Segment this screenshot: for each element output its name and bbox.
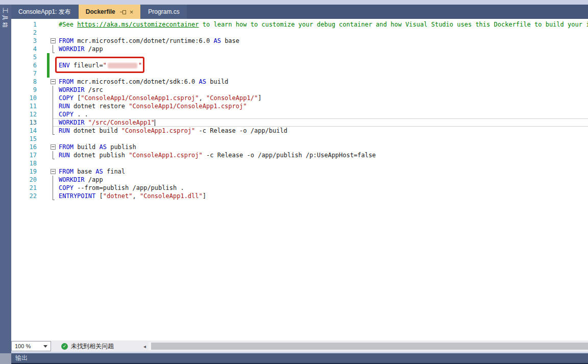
gutter <box>37 61 59 69</box>
fold-collapse-icon[interactable] <box>51 144 56 150</box>
code-line[interactable]: 11RUN dotnet restore "ConsoleApp1/Consol… <box>11 102 588 110</box>
zoom-level-value: 100 % <box>15 343 31 349</box>
change-bar <box>47 61 50 69</box>
line-number: 18 <box>11 160 37 167</box>
scroll-left-icon[interactable]: ◂ <box>143 344 146 349</box>
left-dock-strip: 工具箱 <box>0 5 11 364</box>
line-number: 20 <box>11 176 37 183</box>
code-line[interactable]: 18 <box>11 159 588 167</box>
code-segment: RUN <box>59 103 70 110</box>
code-segment: "ConsoleApp1/ConsoleApp1.csproj" <box>81 94 199 102</box>
fold-guide-line <box>53 151 53 159</box>
code-segment: --from=publish /app/publish . <box>74 184 184 191</box>
gutter <box>37 29 59 37</box>
code-line[interactable]: 16FROM build AS publish <box>11 143 588 151</box>
code-segment: ] <box>203 192 206 200</box>
tab-programcs[interactable]: Program.cs <box>141 5 186 19</box>
code-line[interactable]: 14RUN dotnet build "ConsoleApp1.csproj" … <box>11 127 588 135</box>
code-line[interactable]: 19FROM base AS final <box>11 167 588 176</box>
code-text: FROM base AS final <box>59 168 125 175</box>
code-line[interactable]: 22ENTRYPOINT ["dotnet", "ConsoleApp1.dll… <box>11 192 588 200</box>
code-line[interactable]: 12COPY . . <box>11 110 588 118</box>
gutter <box>37 184 59 192</box>
tab-label: ConsoleApp1: 发布 <box>18 8 71 16</box>
line-number: 2 <box>11 29 37 36</box>
code-segment: fileurl= <box>70 62 103 69</box>
code-segment: COPY <box>59 184 74 191</box>
pin-icon[interactable] <box>120 9 126 15</box>
comment-link[interactable]: https://aka.ms/customizecontainer <box>77 21 199 28</box>
code-text: ENTRYPOINT ["dotnet", "ConsoleApp1.dll"] <box>59 192 206 200</box>
code-segment: mcr.microsoft.com/dotnet/sdk:6.0 <box>74 78 199 85</box>
code-text: COPY . . <box>59 111 88 118</box>
code-segment: "/src/ConsoleApp1" <box>88 119 155 126</box>
tab-consoleapp1-publish[interactable]: ConsoleApp1: 发布 <box>11 5 78 19</box>
code-line[interactable]: 13WORKDIR "/src/ConsoleApp1" <box>11 118 588 127</box>
code-segment: build <box>206 78 228 85</box>
close-icon[interactable]: × <box>130 9 134 15</box>
text-cursor <box>155 119 155 126</box>
gutter <box>37 37 59 45</box>
fold-collapse-icon[interactable] <box>51 169 56 174</box>
line-number: 10 <box>11 94 37 102</box>
editor-status-bar: 100 % ✓ 未找到相关问题 ◂ <box>11 341 588 352</box>
fold-collapse-icon[interactable] <box>51 79 56 84</box>
redacted-value <box>108 63 137 68</box>
code-segment: . . <box>74 111 88 118</box>
code-segment: base <box>221 37 239 44</box>
code-line[interactable]: 15 <box>11 135 588 143</box>
line-number: 1 <box>11 21 37 28</box>
code-segment: "dotnet" <box>103 192 133 200</box>
line-number: 22 <box>11 192 37 200</box>
code-line[interactable]: 2 <box>11 29 588 37</box>
code-segment: [ <box>74 94 81 102</box>
code-line[interactable]: 5 <box>11 53 588 61</box>
gutter <box>37 143 59 151</box>
tab-dockerfile[interactable]: Dockerfile × <box>79 5 141 19</box>
code-line[interactable]: 20WORKDIR /app <box>11 176 588 184</box>
toolbox-vertical-tab[interactable]: 工具箱 <box>1 8 9 29</box>
output-panel-header[interactable]: 输出 <box>11 353 588 364</box>
code-line[interactable]: 9WORKDIR /src <box>11 86 588 94</box>
code-line[interactable]: 3FROM mcr.microsoft.com/dotnet/runtime:6… <box>11 37 588 45</box>
line-number: 12 <box>11 111 37 118</box>
code-text: FROM mcr.microsoft.com/dotnet/sdk:6.0 AS… <box>59 78 228 85</box>
code-line[interactable]: 21COPY --from=publish /app/publish . <box>11 184 588 192</box>
code-segment: FROM <box>59 37 74 44</box>
gutter <box>37 94 59 102</box>
code-line[interactable]: 6ENV fileurl="" <box>11 61 588 69</box>
zoom-level-select[interactable]: 100 % <box>11 341 51 351</box>
gutter <box>37 192 59 200</box>
code-segment: , <box>199 94 206 102</box>
horizontal-scrollbar[interactable] <box>149 342 588 350</box>
code-line[interactable]: 10COPY ["ConsoleApp1/ConsoleApp1.csproj"… <box>11 94 588 102</box>
gutter <box>37 127 59 135</box>
code-segment: AS <box>95 168 103 175</box>
document-tab-bar: ConsoleApp1: 发布 Dockerfile × Program.cs <box>11 5 588 19</box>
code-line[interactable]: 1#See https://aka.ms/customizecontainer … <box>11 20 588 29</box>
code-segment: FROM <box>59 168 74 175</box>
code-line[interactable]: 17RUN dotnet publish "ConsoleApp1.csproj… <box>11 151 588 159</box>
tab-label: Program.cs <box>148 8 179 15</box>
line-number: 9 <box>11 86 37 93</box>
code-line[interactable]: 8FROM mcr.microsoft.com/dotnet/sdk:6.0 A… <box>11 78 588 86</box>
code-line[interactable]: 4WORKDIR /app <box>11 45 588 53</box>
line-number: 19 <box>11 168 37 175</box>
tab-label: Dockerfile <box>86 8 115 15</box>
code-text: WORKDIR "/src/ConsoleApp1" <box>59 119 155 126</box>
code-text: #See https://aka.ms/customizecontainer t… <box>59 21 588 28</box>
fold-guide-line <box>53 127 53 135</box>
code-segment: dotnet restore <box>70 103 129 110</box>
code-line[interactable]: 7 <box>11 69 588 78</box>
gutter <box>37 135 59 143</box>
fold-collapse-icon[interactable] <box>51 38 56 43</box>
code-segment: [ <box>95 192 103 200</box>
code-segment: build <box>74 143 100 151</box>
code-segment: dotnet publish <box>70 152 129 159</box>
line-number: 11 <box>11 103 37 110</box>
check-icon: ✓ <box>61 343 68 350</box>
code-segment: COPY <box>59 111 74 118</box>
scrollbar-thumb[interactable] <box>151 343 588 350</box>
code-segment: RUN <box>59 152 70 159</box>
code-area[interactable]: 1#See https://aka.ms/customizecontainer … <box>11 19 588 341</box>
